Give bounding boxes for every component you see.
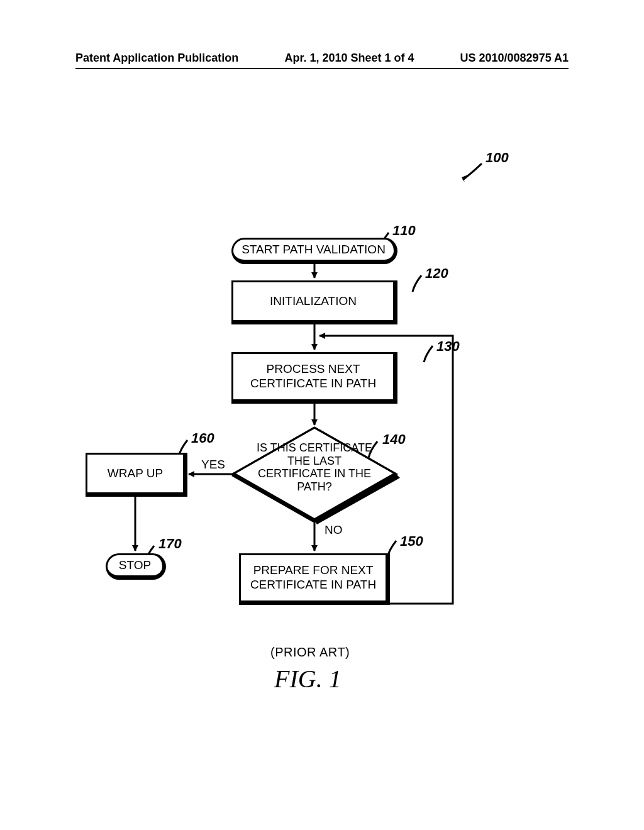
page-header: Patent Application Publication Apr. 1, 2… (0, 52, 644, 65)
page: Patent Application Publication Apr. 1, 2… (0, 0, 644, 830)
figure-label: FIG. 1 (274, 664, 341, 694)
node-start-label: START PATH VALIDATION (242, 243, 386, 257)
header-right: US 2010/0082975 A1 (460, 52, 569, 65)
edge-yes: YES (201, 458, 225, 472)
node-stop: STOP (106, 553, 166, 580)
prior-art-label: (PRIOR ART) (270, 645, 350, 660)
ref-160: 160 (191, 430, 214, 446)
node-decision: IS THIS CERTIFICATE THE LAST CERTIFICATE… (250, 441, 379, 494)
ref-110: 110 (392, 223, 416, 239)
node-prepare-label: PREPARE FOR NEXT CERTIFICATE IN PATH (245, 563, 382, 592)
edge-no: NO (325, 523, 343, 537)
flowchart: 100 110 120 130 140 150 160 170 START PA… (75, 138, 569, 704)
node-start: START PATH VALIDATION (231, 238, 397, 264)
connectors-svg (75, 138, 569, 704)
ref-100: 100 (486, 150, 509, 166)
ref-130: 130 (436, 338, 460, 355)
header-left: Patent Application Publication (75, 52, 238, 65)
node-prepare: PREPARE FOR NEXT CERTIFICATE IN PATH (239, 553, 390, 605)
node-stop-label: STOP (119, 558, 151, 572)
node-process-label: PROCESS NEXT CERTIFICATE IN PATH (237, 362, 389, 391)
node-wrapup-label: WRAP UP (108, 467, 163, 481)
header-center: Apr. 1, 2010 Sheet 1 of 4 (284, 52, 414, 65)
node-init-label: INITIALIZATION (270, 294, 357, 309)
ref-140: 140 (382, 431, 406, 448)
ref-170: 170 (158, 536, 182, 552)
node-process: PROCESS NEXT CERTIFICATE IN PATH (231, 352, 397, 404)
node-init: INITIALIZATION (231, 280, 397, 324)
node-wrapup: WRAP UP (86, 453, 187, 497)
ref-150: 150 (400, 533, 423, 550)
header-rule (75, 68, 569, 69)
ref-120: 120 (425, 265, 448, 282)
node-decision-label: IS THIS CERTIFICATE THE LAST CERTIFICATE… (257, 441, 372, 493)
